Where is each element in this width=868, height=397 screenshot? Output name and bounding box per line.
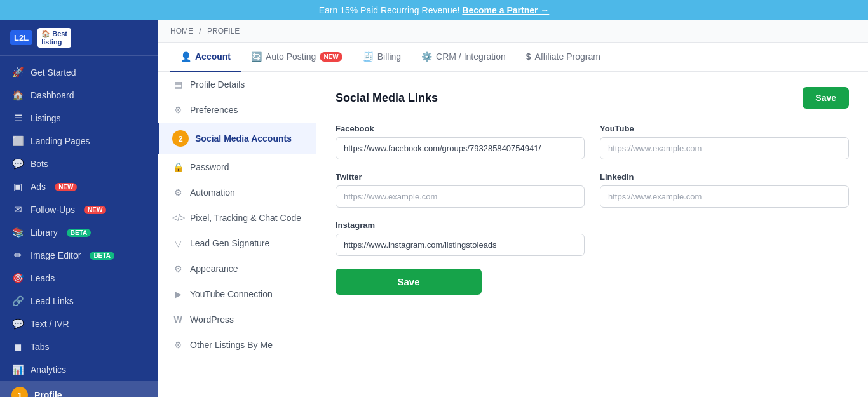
menu-label-lead-gen: Lead Gen Signature — [190, 238, 269, 248]
sidebar-label-analytics: Analytics — [31, 365, 66, 375]
affiliate-tab-icon: $ — [526, 51, 531, 62]
menu-item-pixel[interactable]: </> Pixel, Tracking & Chat Code — [158, 205, 316, 231]
menu-label-automation: Automation — [190, 187, 235, 198]
sidebar-item-listings[interactable]: ☰ Listings — [0, 107, 158, 130]
menu-item-other-listings[interactable]: ⚙ Other Listings By Me — [158, 332, 316, 358]
menu-label-preferences: Preferences — [190, 105, 238, 115]
pixel-icon: </> — [172, 213, 184, 223]
instagram-group: Instagram — [336, 220, 585, 256]
banner-link[interactable]: Become a Partner → — [462, 5, 549, 15]
sidebar-item-follow-ups[interactable]: ✉ Follow-Ups NEW — [0, 198, 158, 221]
account-tab-icon: 👤 — [180, 51, 191, 62]
profile-details-icon: ▤ — [172, 79, 184, 90]
sidebar-item-text-ivr[interactable]: 💬 Text / IVR — [0, 313, 158, 335]
sidebar: L2L 🏠 Bestlisting 🚀 Get Started 🏠 Dashbo… — [0, 20, 158, 397]
sidebar-item-image-editor[interactable]: ✏ Image Editor Beta — [0, 244, 158, 267]
menu-label-pixel: Pixel, Tracking & Chat Code — [190, 213, 301, 223]
affiliate-tab-label: Affiliate Program — [535, 51, 600, 62]
sidebar-nav: 🚀 Get Started 🏠 Dashboard ☰ Listings ⬜ L… — [0, 56, 158, 397]
facebook-input[interactable] — [336, 137, 585, 159]
sidebar-item-bots[interactable]: 💬 Bots — [0, 152, 158, 175]
menu-item-automation[interactable]: ⚙ Automation — [158, 180, 316, 205]
content-header: Social Media Links Save — [336, 87, 849, 109]
sidebar-item-library[interactable]: 📚 Library Beta — [0, 221, 158, 244]
breadcrumb-separator: / — [199, 27, 201, 36]
sidebar-label-landing-pages: Landing Pages — [31, 136, 90, 146]
sidebar-label-library: Library — [31, 227, 58, 238]
sidebar-item-ads[interactable]: ▣ Ads NEW — [0, 175, 158, 198]
sidebar-label-listings: Listings — [31, 113, 60, 123]
sidebar-item-leads[interactable]: 🎯 Leads — [0, 267, 158, 290]
logo-l2l: L2L — [10, 30, 32, 46]
get-started-icon: 🚀 — [11, 67, 24, 78]
sidebar-item-dashboard[interactable]: 🏠 Dashboard — [0, 84, 158, 107]
save-button-bottom[interactable]: Save — [336, 269, 482, 295]
sidebar-logo: L2L 🏠 Bestlisting — [0, 20, 158, 56]
menu-label-social-media: Social Media Accounts — [195, 133, 292, 144]
side-menu: ▤ Profile Details ⚙ Preferences 2 Social… — [158, 72, 316, 397]
menu-label-wordpress: WordPress — [190, 314, 234, 325]
youtube-input[interactable] — [600, 137, 849, 159]
instagram-input[interactable] — [336, 234, 585, 256]
tab-affiliate[interactable]: $ Affiliate Program — [516, 43, 611, 72]
library-beta-badge: Beta — [67, 229, 91, 237]
twitter-label: Twitter — [336, 172, 585, 182]
logo-house: 🏠 Bestlisting — [37, 28, 71, 48]
menu-item-password[interactable]: 🔒 Password — [158, 154, 316, 180]
lead-gen-icon: ▽ — [172, 238, 184, 248]
sidebar-item-get-started[interactable]: 🚀 Get Started — [0, 61, 158, 84]
breadcrumb-home[interactable]: HOME — [170, 27, 193, 36]
youtube-label: YouTube — [600, 124, 849, 133]
menu-item-appearance[interactable]: ⚙ Appearance — [158, 256, 316, 281]
menu-item-profile-details[interactable]: ▤ Profile Details — [158, 72, 316, 97]
save-button-header[interactable]: Save — [803, 87, 849, 109]
profile-step-badge: 1 — [11, 387, 28, 397]
tab-auto-posting[interactable]: 🔄 Auto Posting NEW — [241, 43, 353, 72]
tabs-bar: 👤 Account 🔄 Auto Posting NEW 🧾 Billing ⚙… — [158, 43, 868, 72]
sidebar-item-profile[interactable]: 1 Profile — [0, 381, 158, 397]
sidebar-label-text-ivr: Text / IVR — [31, 319, 69, 329]
menu-item-youtube[interactable]: ▶ YouTube Connection — [158, 281, 316, 307]
ads-new-badge: NEW — [55, 183, 77, 191]
sidebar-label-leads: Leads — [31, 273, 55, 283]
sidebar-label-lead-links: Lead Links — [31, 296, 74, 306]
menu-item-preferences[interactable]: ⚙ Preferences — [158, 97, 316, 123]
sidebar-label-profile: Profile — [34, 390, 62, 397]
tab-account[interactable]: 👤 Account — [170, 43, 241, 72]
preferences-icon: ⚙ — [172, 105, 184, 115]
banner-text: Earn 15% Paid Recurring Revenue! — [319, 5, 460, 15]
tab-billing[interactable]: 🧾 Billing — [353, 43, 411, 72]
account-tab-label: Account — [195, 51, 231, 62]
menu-label-appearance: Appearance — [190, 264, 238, 274]
main-content: Social Media Links Save Facebook YouTube — [316, 72, 868, 397]
linkedin-label: LinkedIn — [600, 172, 849, 182]
sidebar-item-landing-pages[interactable]: ⬜ Landing Pages — [0, 130, 158, 152]
twitter-input[interactable] — [336, 185, 585, 208]
listings-icon: ☰ — [11, 112, 24, 124]
landing-pages-icon: ⬜ — [11, 135, 24, 147]
sidebar-label-bots: Bots — [31, 159, 48, 169]
linkedin-input[interactable] — [600, 185, 849, 208]
menu-label-password: Password — [190, 162, 229, 172]
sidebar-item-analytics[interactable]: 📊 Analytics — [0, 358, 158, 381]
tabs-icon: ◼ — [11, 341, 24, 353]
social-media-step-badge: 2 — [172, 130, 189, 147]
appearance-icon: ⚙ — [172, 264, 184, 274]
auto-posting-tab-icon: 🔄 — [251, 51, 262, 62]
social-media-form: Facebook YouTube Twitter L — [336, 124, 849, 256]
menu-label-other-listings: Other Listings By Me — [190, 340, 273, 350]
tab-crm[interactable]: ⚙️ CRM / Integration — [411, 43, 516, 72]
sidebar-label-dashboard: Dashboard — [31, 90, 74, 100]
sidebar-item-lead-links[interactable]: 🔗 Lead Links — [0, 290, 158, 313]
facebook-label: Facebook — [336, 124, 585, 133]
menu-item-social-media[interactable]: 2 Social Media Accounts — [158, 123, 316, 154]
sidebar-label-tabs: Tabs — [31, 342, 50, 352]
image-editor-icon: ✏ — [11, 250, 24, 261]
menu-item-lead-gen[interactable]: ▽ Lead Gen Signature — [158, 231, 316, 256]
twitter-group: Twitter — [336, 172, 585, 208]
inner-layout: ▤ Profile Details ⚙ Preferences 2 Social… — [158, 72, 868, 397]
follow-ups-new-badge: NEW — [84, 206, 106, 214]
menu-item-wordpress[interactable]: W WordPress — [158, 307, 316, 332]
library-icon: 📚 — [11, 227, 24, 238]
sidebar-item-tabs[interactable]: ◼ Tabs — [0, 335, 158, 358]
